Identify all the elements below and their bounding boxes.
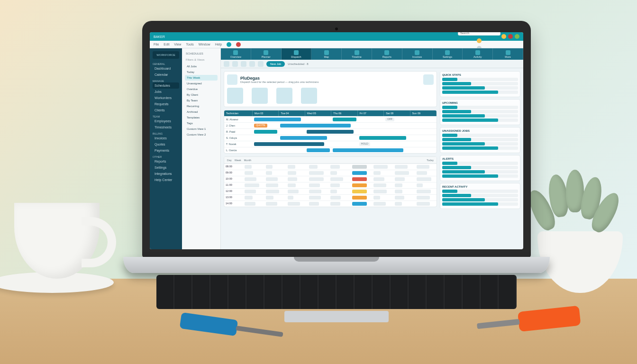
gantt-column-header[interactable]: Mon 03 [253, 110, 279, 116]
schedule-cell[interactable] [351, 170, 372, 176]
gantt-cell[interactable] [331, 141, 357, 147]
schedule-cell[interactable] [393, 201, 415, 207]
schedule-chip[interactable] [309, 177, 324, 181]
schedule-cell[interactable] [351, 164, 372, 170]
schedule-chip[interactable] [330, 202, 340, 206]
gantt-cell[interactable] [279, 129, 305, 135]
schedule-cell[interactable] [351, 182, 372, 188]
schedule-chip[interactable] [417, 165, 430, 169]
menu-item[interactable]: Help [215, 43, 222, 46]
schedule-chip[interactable] [395, 183, 402, 187]
quick-icon[interactable] [252, 88, 268, 104]
gantt-cell[interactable] [384, 123, 410, 128]
schedule-chip[interactable] [373, 171, 381, 175]
schedule-view-button[interactable]: Week [235, 159, 241, 162]
new-job-button[interactable]: New Job [266, 61, 285, 67]
rail-line[interactable] [442, 86, 518, 90]
schedule-cell[interactable] [329, 189, 350, 194]
schedule-chip[interactable] [288, 190, 299, 193]
schedule-chip[interactable] [330, 171, 337, 175]
rail-line[interactable] [442, 202, 518, 206]
schedule-chip[interactable] [309, 183, 320, 187]
sidebar-item[interactable]: Invoices [153, 135, 179, 141]
schedule-chip[interactable] [417, 202, 430, 206]
schedule-cell[interactable] [243, 176, 264, 182]
schedule-chip[interactable] [417, 177, 431, 181]
refresh-icon[interactable] [241, 61, 246, 67]
gantt-cell[interactable] [305, 123, 331, 128]
gantt-row-label[interactable]: T. Novak [224, 141, 253, 147]
schedule-chip[interactable] [373, 183, 386, 187]
schedule-cell[interactable] [243, 164, 264, 170]
main-tab[interactable]: Timeline [342, 48, 372, 60]
quick-icon[interactable] [301, 88, 317, 104]
schedule-chip[interactable] [266, 165, 273, 169]
gantt-tag[interactable]: HOLD [359, 142, 370, 146]
rail-line[interactable] [442, 91, 518, 94]
schedule-cell[interactable] [351, 189, 372, 194]
schedule-cell[interactable] [393, 176, 415, 182]
schedule-cell[interactable] [286, 182, 308, 188]
gantt-column-header[interactable]: Fri 07 [358, 110, 384, 116]
schedule-chip[interactable] [288, 171, 296, 175]
gantt-cell[interactable] [279, 135, 305, 141]
sidebar-item[interactable]: Schedules [153, 82, 179, 89]
menu-item[interactable]: Window [199, 43, 210, 46]
main-tab[interactable]: Planner [251, 48, 282, 60]
schedule-chip[interactable] [245, 165, 252, 169]
rail-line[interactable] [442, 166, 518, 169]
schedule-chip[interactable] [288, 202, 300, 206]
gantt-cell[interactable] [358, 123, 384, 128]
gantt-cell[interactable] [410, 117, 437, 122]
menu-item[interactable]: View [174, 43, 181, 46]
sidebar-item[interactable]: Payments [153, 147, 179, 154]
schedule-cell[interactable] [372, 170, 393, 176]
gantt-row-label[interactable]: J. Chen [224, 123, 253, 128]
schedule-status-chip[interactable] [352, 196, 367, 200]
filter-item[interactable]: Custom View 2 [185, 132, 218, 137]
schedule-cell[interactable] [243, 201, 264, 207]
filter-item[interactable]: Unassigned [185, 81, 218, 86]
gantt-cell[interactable] [410, 135, 437, 141]
schedule-chip[interactable] [330, 165, 340, 169]
gantt-cell[interactable] [331, 123, 357, 128]
back-icon[interactable] [224, 61, 229, 67]
filter-item[interactable]: Tags [185, 120, 218, 126]
schedule-chip[interactable] [417, 171, 427, 175]
filter-item[interactable]: Templates [185, 115, 218, 120]
search-input[interactable] [458, 32, 500, 36]
schedule-chip[interactable] [417, 183, 423, 187]
schedule-chip[interactable] [266, 171, 272, 175]
schedule-chip[interactable] [245, 171, 253, 175]
filter-item[interactable]: Archived [185, 109, 218, 115]
schedule-cell[interactable] [243, 189, 264, 194]
gantt-cell[interactable]: HOLD [358, 141, 384, 147]
rail-line[interactable] [442, 198, 518, 201]
gantt-cell[interactable] [305, 147, 331, 153]
schedule-chip[interactable] [288, 196, 293, 200]
rail-line[interactable] [442, 114, 518, 118]
schedule-chip[interactable] [330, 183, 340, 187]
schedule-status-chip[interactable] [352, 202, 367, 206]
filter-item[interactable]: Recurring [185, 103, 218, 109]
schedule-chip[interactable] [417, 196, 430, 200]
sidebar-item[interactable]: Integrations [153, 171, 179, 177]
schedule-cell[interactable] [243, 195, 264, 200]
sort-icon[interactable] [258, 61, 264, 67]
schedule-view-button[interactable]: Day [227, 159, 232, 162]
sidebar-item[interactable]: Quotes [153, 141, 179, 147]
schedule-chip[interactable] [330, 190, 337, 193]
schedule-cell[interactable] [329, 182, 350, 188]
schedule-chip[interactable] [309, 190, 321, 193]
gantt-cell[interactable] [305, 141, 331, 147]
schedule-cell[interactable] [415, 182, 437, 188]
schedule-chip[interactable] [395, 196, 404, 200]
notification-dot-icon[interactable] [236, 42, 241, 47]
schedule-status-chip[interactable] [352, 190, 367, 193]
filter-item[interactable]: Today [185, 69, 218, 75]
gantt-cell[interactable] [331, 117, 357, 122]
sidebar-item[interactable]: Dashboard [153, 65, 179, 72]
filter-item[interactable]: This Week [185, 75, 218, 81]
gantt-cell[interactable] [253, 129, 279, 135]
gantt-cell[interactable] [253, 147, 279, 153]
